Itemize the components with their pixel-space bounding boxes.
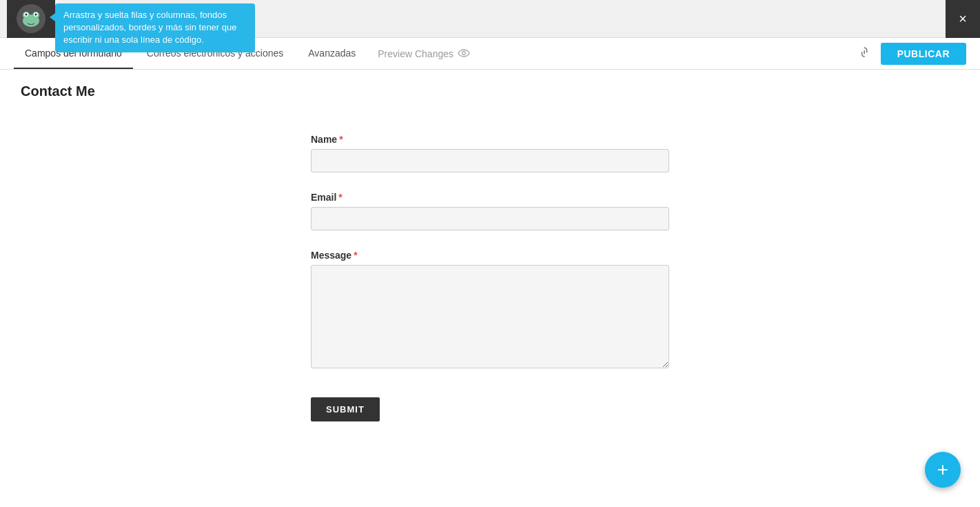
email-input[interactable] — [311, 207, 669, 230]
submit-button[interactable]: SUBMIT — [311, 397, 380, 421]
tooltip-bubble: Arrastra y suelta filas y columnas, fond… — [55, 3, 255, 52]
name-input[interactable] — [311, 149, 669, 172]
close-button[interactable]: × — [946, 0, 980, 38]
name-label: Name* — [311, 134, 669, 145]
message-label: Message* — [311, 250, 669, 261]
message-field: Message* — [311, 250, 669, 371]
logo-area — [7, 0, 55, 38]
top-bar: Arrastra y suelta filas y columnas, fond… — [0, 0, 980, 38]
svg-point-8 — [462, 51, 466, 54]
page-title: Contact Me — [21, 83, 959, 99]
preview-changes-link[interactable]: Preview Changes — [369, 38, 478, 69]
svg-point-7 — [35, 14, 37, 16]
publish-button[interactable]: PUBLICAR — [881, 43, 966, 65]
svg-point-6 — [25, 14, 28, 16]
logo-icon — [17, 4, 45, 33]
email-required-star: * — [338, 192, 342, 203]
form-preview: Name* Email* Message* SUBMIT — [311, 120, 669, 421]
name-required-star: * — [339, 134, 343, 145]
name-field: Name* — [311, 134, 669, 172]
message-required-star: * — [354, 250, 357, 261]
nav-actions: PUBLICAR — [859, 43, 966, 65]
tab-avanzadas[interactable]: Avanzadas — [297, 38, 367, 69]
email-label: Email* — [311, 192, 669, 203]
eye-icon — [458, 48, 470, 60]
page-content: Contact Me Name* Email* Message* SUBMIT — [0, 70, 980, 435]
email-field: Email* — [311, 192, 669, 230]
submit-wrapper: SUBMIT — [311, 390, 669, 421]
message-textarea[interactable] — [311, 265, 669, 368]
